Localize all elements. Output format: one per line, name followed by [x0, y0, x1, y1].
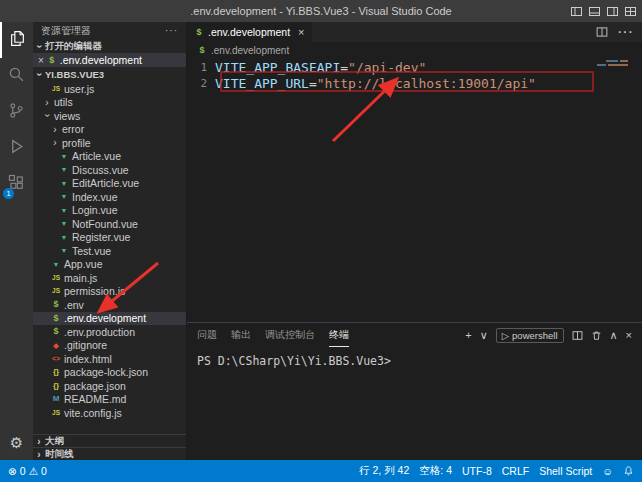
encoding-setting[interactable]: UTF-8	[462, 465, 492, 477]
tree-item-label: Index.vue	[72, 191, 118, 203]
maximize-panel-icon[interactable]: ∧	[610, 329, 618, 342]
terminal-content[interactable]: PS D:\CSharp\Yi\Yi.BBS.Vue3>	[187, 347, 642, 460]
indentation-setting[interactable]: 空格: 4	[419, 464, 452, 478]
activity-explorer-button[interactable]	[0, 22, 33, 58]
activity-run-debug-button[interactable]	[0, 130, 33, 166]
close-icon[interactable]: ×	[38, 55, 44, 66]
tree-item-index.html[interactable]: <>index.html	[33, 352, 186, 366]
tree-item-Register.vue[interactable]: ▼Register.vue	[33, 231, 186, 245]
tree-item-Discuss.vue[interactable]: ▼Discuss.vue	[33, 163, 186, 177]
close-panel-icon[interactable]: ×	[626, 329, 632, 341]
tree-item-.env.production[interactable]: $.env.production	[33, 325, 186, 339]
tree-item-label: views	[54, 110, 80, 122]
chevron-down-icon: ›	[34, 42, 45, 50]
chevron-down-icon: ›	[34, 71, 45, 79]
kill-terminal-icon[interactable]	[591, 330, 602, 341]
panel-tab-output[interactable]: 输出	[231, 323, 251, 347]
tree-item-vite.config.js[interactable]: JSvite.config.js	[33, 406, 186, 420]
line-number: 1	[187, 60, 215, 76]
tab-close-icon[interactable]: ×	[298, 26, 304, 38]
outline-section-header[interactable]: › 大纲	[33, 434, 186, 447]
tree-item-Login.vue[interactable]: ▼Login.vue	[33, 204, 186, 218]
tree-item-README.md[interactable]: MREADME.md	[33, 393, 186, 407]
panel-tab-debug-console[interactable]: 调试控制台	[265, 323, 315, 347]
activity-extensions-button[interactable]: 1	[0, 166, 33, 202]
problems-status[interactable]: ⊗ 0 ⚠ 0	[8, 465, 47, 477]
chevron-right-icon: ›	[35, 449, 43, 460]
activity-search-button[interactable]	[0, 58, 33, 94]
open-editor-item[interactable]: × $ .env.development	[33, 53, 186, 67]
code-editor[interactable]: 1VITE_APP_BASEAPI="/api-dev"2VITE_APP_UR…	[187, 58, 642, 322]
tree-item-error[interactable]: ›error	[33, 123, 186, 137]
outline-label: 大纲	[45, 435, 64, 448]
language-mode[interactable]: Shell Script	[539, 465, 592, 477]
sidebar-more-actions-icon[interactable]: ···	[165, 25, 178, 36]
tree-item-EditArticle.vue[interactable]: ▼EditArticle.vue	[33, 177, 186, 191]
tree-item-permission.js[interactable]: JSpermission.js	[33, 285, 186, 299]
code-line-2[interactable]: 2VITE_APP_URL="http://localhost:19001/ap…	[187, 76, 642, 92]
code-line-1[interactable]: 1VITE_APP_BASEAPI="/api-dev"	[187, 60, 642, 76]
editor-more-actions-icon[interactable]: ···	[617, 23, 633, 41]
settings-gear-icon[interactable]: ⚙	[0, 426, 33, 460]
toggle-sidebar-icon[interactable]	[571, 6, 582, 17]
tree-item-profile[interactable]: ›profile	[33, 136, 186, 150]
minimap[interactable]	[597, 60, 628, 66]
tree-item-label: index.html	[64, 353, 112, 365]
status-bar: ⊗ 0 ⚠ 0 行 2, 列 42 空格: 4 UTF-8 CRLF Shell…	[0, 460, 642, 482]
source-control-icon	[8, 102, 25, 123]
tree-item-label: utils	[54, 96, 73, 108]
tree-item-.gitignore[interactable]: ◆.gitignore	[33, 339, 186, 353]
tree-item-utils[interactable]: ›utils	[33, 96, 186, 110]
new-terminal-icon[interactable]: +	[465, 329, 471, 341]
shell-icon: $	[51, 327, 61, 336]
tree-item-package-lock.json[interactable]: {}package-lock.json	[33, 366, 186, 380]
feedback-smiley-icon[interactable]: ☺	[602, 465, 613, 477]
timeline-section-header[interactable]: › 时间线	[33, 447, 186, 460]
tree-item-NotFound.vue[interactable]: ▼NotFound.vue	[33, 217, 186, 231]
tree-item-Test.vue[interactable]: ▼Test.vue	[33, 244, 186, 258]
panel-tab-terminal[interactable]: 终端	[329, 323, 349, 347]
split-editor-icon[interactable]	[596, 26, 608, 38]
vue-icon: ▼	[59, 234, 69, 241]
minimap-line	[606, 60, 628, 62]
file-tree: JSuser.js›utils›views›error›profile▼Arti…	[33, 82, 186, 420]
tree-item-.env[interactable]: $.env	[33, 298, 186, 312]
vue-icon: ▼	[59, 166, 69, 173]
tree-item-views[interactable]: ›views	[33, 109, 186, 123]
toggle-panel-icon[interactable]	[589, 6, 600, 17]
tab-env-development[interactable]: $ .env.development ×	[187, 22, 312, 42]
title-bar: .env.development - Yi.BBS.Vue3 - Visual …	[0, 0, 642, 22]
customize-layout-icon[interactable]	[625, 6, 636, 17]
shell-icon: $	[51, 300, 61, 309]
notifications-bell-icon[interactable]	[623, 465, 634, 477]
search-icon	[8, 66, 25, 87]
terminal-shell-picker[interactable]: ▷ powershell	[496, 328, 564, 343]
warning-icon: ⚠	[29, 465, 38, 477]
eol-setting[interactable]: CRLF	[502, 465, 529, 477]
tree-item-Index.vue[interactable]: ▼Index.vue	[33, 190, 186, 204]
toggle-secondary-sidebar-icon[interactable]	[607, 6, 618, 17]
shell-icon: $	[47, 56, 57, 65]
cursor-position[interactable]: 行 2, 列 42	[359, 464, 409, 478]
tree-item-label: Register.vue	[72, 231, 130, 243]
tree-item-Article.vue[interactable]: ▼Article.vue	[33, 150, 186, 164]
json-icon: {}	[51, 382, 61, 390]
activity-source-control-button[interactable]	[0, 94, 33, 130]
breadcrumb[interactable]: $ .env.development	[187, 42, 642, 58]
tree-item-.env.development[interactable]: $.env.development	[33, 312, 186, 326]
panel-actions: + ∨ ▷ powershell ∧ ×	[465, 328, 632, 343]
chevron-down-icon[interactable]: ∨	[480, 329, 488, 342]
tree-item-package.json[interactable]: {}package.json	[33, 379, 186, 393]
sidebar-title-row: 资源管理器 ···	[33, 22, 186, 39]
project-root-header[interactable]: › YI.BBS.VUE3	[33, 67, 186, 82]
markdown-icon: M	[51, 395, 61, 403]
tab-label: .env.development	[208, 26, 290, 38]
tree-item-main.js[interactable]: JSmain.js	[33, 271, 186, 285]
tree-item-App.vue[interactable]: ▼App.vue	[33, 258, 186, 272]
tree-item-label: .gitignore	[64, 339, 107, 351]
split-terminal-icon[interactable]	[572, 330, 583, 341]
tree-item-user.js[interactable]: JSuser.js	[33, 82, 186, 96]
open-editors-header[interactable]: › 打开的编辑器	[33, 39, 186, 53]
panel-tab-problems[interactable]: 问题	[197, 323, 217, 347]
tree-item-label: App.vue	[64, 258, 103, 270]
